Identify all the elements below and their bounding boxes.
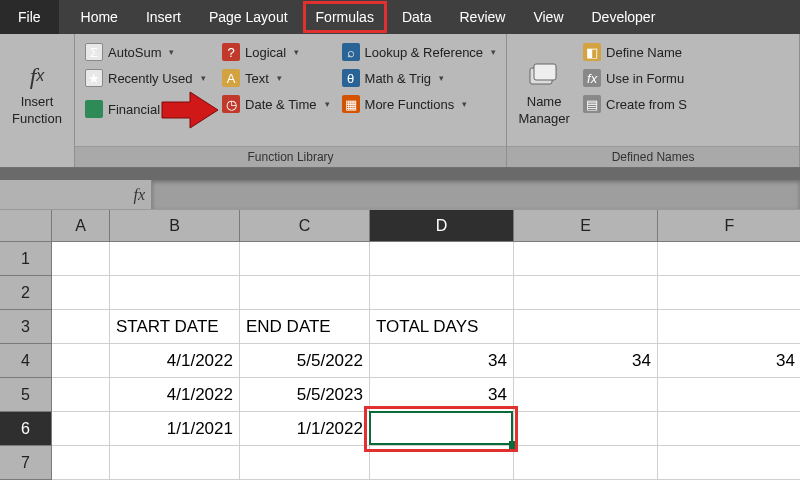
spreadsheet[interactable]: ABCDEF1234567START DATEEND DATETOTAL DAY… [0, 210, 800, 501]
col-header-b[interactable]: B [110, 210, 240, 242]
tag-icon: ◧ [583, 43, 601, 61]
insert-function-label-2: Function [12, 111, 62, 126]
defined-names-group-label: Defined Names [507, 146, 799, 167]
cell-f2[interactable] [658, 276, 800, 310]
formula-bar: fx [0, 180, 800, 210]
cell-e7[interactable] [514, 446, 658, 480]
date-time-button[interactable]: ◷ Date & Time [218, 92, 334, 116]
cell-e5[interactable] [514, 378, 658, 412]
define-name-button[interactable]: ◧ Define Name [579, 40, 691, 64]
cell-d3[interactable]: TOTAL DAYS [370, 310, 514, 344]
cell-f6[interactable] [658, 412, 800, 446]
autosum-button[interactable]: Σ AutoSum [81, 40, 214, 64]
col-header-e[interactable]: E [514, 210, 658, 242]
col-header-d[interactable]: D [370, 210, 514, 242]
tab-page-layout[interactable]: Page Layout [195, 0, 302, 34]
cell-c6[interactable]: 1/1/2022 [240, 412, 370, 446]
use-in-formula-button[interactable]: fx Use in Formu [579, 66, 691, 90]
lookup-button[interactable]: ⌕ Lookup & Reference [338, 40, 501, 64]
cell-a2[interactable] [52, 276, 110, 310]
ribbon: fx Insert Function . Σ AutoSum ★ Recentl… [0, 34, 800, 168]
row-header-4[interactable]: 4 [0, 344, 52, 378]
name-manager-label-1: Name [527, 94, 562, 109]
col-header-c[interactable]: C [240, 210, 370, 242]
math-button[interactable]: θ Math & Trig [338, 66, 501, 90]
cell-e4[interactable]: 34 [514, 344, 658, 378]
recently-used-button[interactable]: ★ Recently Used [81, 66, 214, 90]
tab-file[interactable]: File [0, 0, 59, 34]
row-header-5[interactable]: 5 [0, 378, 52, 412]
cell-a6[interactable] [52, 412, 110, 446]
tab-data[interactable]: Data [388, 0, 446, 34]
function-library-group-label: Function Library [75, 146, 506, 167]
col-header-f[interactable]: F [658, 210, 800, 242]
cell-d6[interactable] [370, 412, 514, 446]
cell-c4[interactable]: 5/5/2022 [240, 344, 370, 378]
tab-formulas[interactable]: Formulas [302, 0, 388, 34]
theta-icon: θ [342, 69, 360, 87]
create-from-selection-button[interactable]: ▤ Create from S [579, 92, 691, 116]
text-icon: A [222, 69, 240, 87]
sigma-icon: Σ [85, 43, 103, 61]
svg-rect-2 [534, 64, 556, 80]
cell-c5[interactable]: 5/5/2023 [240, 378, 370, 412]
lookup-icon: ⌕ [342, 43, 360, 61]
cell-a4[interactable] [52, 344, 110, 378]
cell-f5[interactable] [658, 378, 800, 412]
text-button[interactable]: A Text [218, 66, 334, 90]
cell-b3[interactable]: START DATE [110, 310, 240, 344]
tab-developer[interactable]: Developer [578, 0, 670, 34]
col-header-a[interactable]: A [52, 210, 110, 242]
cell-a5[interactable] [52, 378, 110, 412]
row-header-2[interactable]: 2 [0, 276, 52, 310]
logical-button[interactable]: ? Logical [218, 40, 334, 64]
tab-home[interactable]: Home [67, 0, 132, 34]
insert-function-button[interactable]: fx Insert Function [6, 40, 68, 146]
cell-d4[interactable]: 34 [370, 344, 514, 378]
cell-c3[interactable]: END DATE [240, 310, 370, 344]
financial-icon [85, 100, 103, 118]
row-header-3[interactable]: 3 [0, 310, 52, 344]
cell-c7[interactable] [240, 446, 370, 480]
cell-c2[interactable] [240, 276, 370, 310]
more-functions-button[interactable]: ▦ More Functions [338, 92, 501, 116]
cell-b6[interactable]: 1/1/2021 [110, 412, 240, 446]
cell-d1[interactable] [370, 242, 514, 276]
formula-input[interactable] [152, 180, 800, 209]
cell-c1[interactable] [240, 242, 370, 276]
row-header-1[interactable]: 1 [0, 242, 52, 276]
logical-icon: ? [222, 43, 240, 61]
cell-a3[interactable] [52, 310, 110, 344]
cell-a7[interactable] [52, 446, 110, 480]
cell-e2[interactable] [514, 276, 658, 310]
tab-view[interactable]: View [519, 0, 577, 34]
cell-f3[interactable] [658, 310, 800, 344]
fill-handle[interactable] [509, 441, 517, 449]
cell-e6[interactable] [514, 412, 658, 446]
cell-b4[interactable]: 4/1/2022 [110, 344, 240, 378]
name-manager-label-2: Manager [518, 111, 569, 126]
clock-icon: ◷ [222, 95, 240, 113]
row-header-7[interactable]: 7 [0, 446, 52, 480]
tab-strip: File Home Insert Page Layout Formulas Da… [0, 0, 800, 34]
cell-e1[interactable] [514, 242, 658, 276]
cell-b1[interactable] [110, 242, 240, 276]
cell-a1[interactable] [52, 242, 110, 276]
name-manager-button[interactable]: Name Manager [513, 40, 575, 146]
financial-button[interactable]: Financial [81, 97, 160, 121]
cell-d5[interactable]: 34 [370, 378, 514, 412]
cell-d7[interactable] [370, 446, 514, 480]
cell-f1[interactable] [658, 242, 800, 276]
select-all-corner[interactable] [0, 210, 52, 242]
formula-fx-label[interactable]: fx [0, 180, 152, 209]
cell-d2[interactable] [370, 276, 514, 310]
cell-b5[interactable]: 4/1/2022 [110, 378, 240, 412]
cell-b2[interactable] [110, 276, 240, 310]
tab-review[interactable]: Review [446, 0, 520, 34]
cell-e3[interactable] [514, 310, 658, 344]
cell-f7[interactable] [658, 446, 800, 480]
row-header-6[interactable]: 6 [0, 412, 52, 446]
cell-b7[interactable] [110, 446, 240, 480]
tab-insert[interactable]: Insert [132, 0, 195, 34]
cell-f4[interactable]: 34 [658, 344, 800, 378]
